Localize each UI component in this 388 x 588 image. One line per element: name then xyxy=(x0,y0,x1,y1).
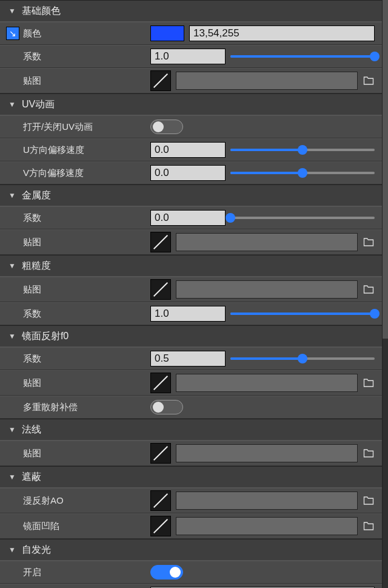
row-base-color-tex: 贴图 xyxy=(0,68,382,93)
specular-coeff-slider[interactable] xyxy=(230,351,375,367)
label-color: 颜色 xyxy=(23,28,150,39)
folder-icon[interactable] xyxy=(363,75,375,87)
texture-thumbnail[interactable] xyxy=(150,279,171,300)
section-title: 法线 xyxy=(22,424,41,436)
texture-thumbnail[interactable] xyxy=(150,373,171,393)
roughness-coeff-slider[interactable] xyxy=(230,306,375,322)
section-header-occlusion[interactable]: ▼ 遮蔽 xyxy=(0,466,382,488)
row-base-color: ↘ 颜色 xyxy=(0,22,382,45)
label-uv-toggle: 打开/关闭UV动画 xyxy=(23,121,150,133)
row-base-color-coeff: 系数 xyxy=(0,45,382,68)
chevron-down-icon: ▼ xyxy=(8,7,16,15)
multiscatter-toggle[interactable] xyxy=(150,400,183,414)
label-diffuse-ao: 漫反射AO xyxy=(23,495,150,507)
section-title: 镜面反射f0 xyxy=(22,330,69,343)
texture-thumbnail[interactable] xyxy=(150,490,171,511)
texture-path-input[interactable] xyxy=(176,517,358,535)
specular-coeff-input[interactable] xyxy=(150,351,226,367)
section-header-roughness[interactable]: ▼ 粗糙度 xyxy=(0,255,382,277)
texture-path-input[interactable] xyxy=(176,233,358,251)
label-coeff: 系数 xyxy=(23,51,150,63)
row-specular-coeff: 系数 xyxy=(0,347,382,370)
chevron-down-icon: ▼ xyxy=(8,425,16,434)
chevron-down-icon: ▼ xyxy=(8,191,16,200)
section-title: UV动画 xyxy=(22,98,55,111)
u-speed-input[interactable] xyxy=(150,142,226,158)
scrollbar[interactable] xyxy=(383,0,388,588)
color-value-input[interactable] xyxy=(189,25,375,41)
row-diffuse-ao: 漫反射AO xyxy=(0,488,382,513)
folder-icon[interactable] xyxy=(363,283,375,296)
row-multiscatter: 多重散射补偿 xyxy=(0,396,382,419)
label-spec-cavity: 镜面凹陷 xyxy=(23,521,150,532)
folder-icon[interactable] xyxy=(363,236,375,248)
texture-path-input[interactable] xyxy=(176,72,358,90)
scrollbar-thumb[interactable] xyxy=(383,0,388,339)
label-coeff: 系数 xyxy=(23,212,150,224)
section-title: 基础颜色 xyxy=(22,5,61,18)
label-texture: 贴图 xyxy=(23,284,150,296)
row-metallic-coeff: 系数 xyxy=(0,206,382,229)
label-u-speed: U方向偏移速度 xyxy=(23,144,150,156)
row-specular-tex: 贴图 xyxy=(0,370,382,396)
section-header-uv-anim[interactable]: ▼ UV动画 xyxy=(0,93,382,115)
section-header-emissive[interactable]: ▼ 自发光 xyxy=(0,539,382,561)
texture-thumbnail[interactable] xyxy=(150,232,171,252)
section-title: 遮蔽 xyxy=(22,471,41,484)
folder-icon[interactable] xyxy=(363,377,375,389)
label-texture: 贴图 xyxy=(23,377,150,389)
chevron-down-icon: ▼ xyxy=(8,332,16,340)
label-coeff: 系数 xyxy=(23,308,150,320)
properties-panel: ▼ 基础颜色 ↘ 颜色 系数 贴图 ▼ UV动画 打开/关闭UV动画 xyxy=(0,0,383,588)
row-roughness-coeff: 系数 xyxy=(0,302,382,325)
emissive-enable-toggle[interactable] xyxy=(150,565,183,580)
row-spec-cavity: 镜面凹陷 xyxy=(0,513,382,539)
chevron-down-icon: ▼ xyxy=(8,100,16,109)
u-speed-slider[interactable] xyxy=(230,142,375,158)
texture-thumbnail[interactable] xyxy=(150,516,171,536)
row-u-speed: U方向偏移速度 xyxy=(0,138,382,161)
chevron-down-icon: ▼ xyxy=(8,546,16,554)
chevron-down-icon: ▼ xyxy=(8,262,16,270)
section-header-specular-f0[interactable]: ▼ 镜面反射f0 xyxy=(0,325,382,347)
folder-icon[interactable] xyxy=(363,447,375,459)
v-speed-slider[interactable] xyxy=(230,165,375,181)
uv-anim-toggle[interactable] xyxy=(150,120,183,134)
texture-path-input[interactable] xyxy=(176,280,358,299)
section-header-base-color[interactable]: ▼ 基础颜色 xyxy=(0,0,382,22)
metallic-coeff-input[interactable] xyxy=(150,210,226,226)
texture-thumbnail[interactable] xyxy=(150,443,171,464)
label-coeff: 系数 xyxy=(23,353,150,365)
row-normal-tex: 贴图 xyxy=(0,441,382,466)
row-metallic-tex: 贴图 xyxy=(0,229,382,255)
section-title: 自发光 xyxy=(22,544,51,556)
section-title: 金属度 xyxy=(22,189,51,202)
label-texture: 贴图 xyxy=(23,75,150,87)
indicator-icon[interactable]: ↘ xyxy=(6,27,19,40)
coeff-slider[interactable] xyxy=(230,49,375,64)
texture-path-input[interactable] xyxy=(176,374,358,392)
label-emissive-enable: 开启 xyxy=(23,567,150,578)
folder-icon[interactable] xyxy=(363,520,375,532)
row-v-speed: V方向偏移速度 xyxy=(0,161,382,184)
coeff-input[interactable] xyxy=(150,49,226,64)
texture-path-input[interactable] xyxy=(176,444,358,462)
texture-path-input[interactable] xyxy=(176,492,358,510)
roughness-coeff-input[interactable] xyxy=(150,306,226,322)
chevron-down-icon: ▼ xyxy=(8,473,16,481)
row-uv-toggle: 打开/关闭UV动画 xyxy=(0,115,382,138)
row-emissive-enable: 开启 xyxy=(0,561,382,584)
section-header-normal[interactable]: ▼ 法线 xyxy=(0,419,382,441)
folder-icon[interactable] xyxy=(363,495,375,507)
label-multiscatter: 多重散射补偿 xyxy=(23,402,150,413)
section-header-metallic[interactable]: ▼ 金属度 xyxy=(0,184,382,206)
row-roughness-tex: 贴图 xyxy=(0,277,382,302)
v-speed-input[interactable] xyxy=(150,165,226,181)
label-texture: 贴图 xyxy=(23,237,150,248)
color-swatch[interactable] xyxy=(150,25,184,41)
label-texture: 贴图 xyxy=(23,448,150,459)
texture-thumbnail[interactable] xyxy=(150,70,171,91)
metallic-coeff-slider[interactable] xyxy=(230,210,375,226)
label-v-speed: V方向偏移速度 xyxy=(23,167,150,179)
section-title: 粗糙度 xyxy=(22,260,51,272)
